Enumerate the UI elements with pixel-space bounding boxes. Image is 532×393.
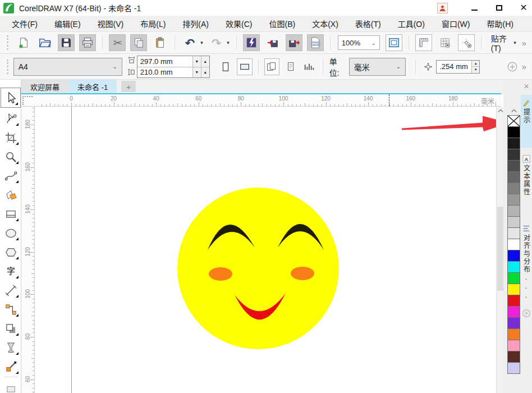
spin-down-icon[interactable]: ▼ xyxy=(472,66,479,73)
crop-tool[interactable] xyxy=(1,128,21,147)
nudge-spinner[interactable]: ▲▼ xyxy=(471,61,479,73)
color-swatch-green[interactable] xyxy=(507,272,520,284)
menu-item-3[interactable]: 视图(V) xyxy=(89,15,132,32)
palette-scroll-up-icon[interactable] xyxy=(507,107,520,115)
spin-up-icon[interactable]: ▲ xyxy=(472,61,479,67)
publish-pdf-button[interactable]: PDF xyxy=(307,34,324,51)
paste-button[interactable] xyxy=(152,34,168,51)
undo-button[interactable]: ↶ xyxy=(181,34,198,51)
color-swatch-60-black[interactable] xyxy=(507,171,520,183)
color-swatch-blue[interactable] xyxy=(507,250,520,262)
print-button[interactable] xyxy=(79,34,96,51)
snap-guides-button[interactable] xyxy=(458,34,475,51)
redo-button[interactable]: ↷ xyxy=(208,34,225,51)
color-eyedropper-tool[interactable] xyxy=(1,357,21,376)
redo-dropdown[interactable]: ▾ xyxy=(226,40,231,45)
rectangle-tool[interactable] xyxy=(1,204,21,223)
portrait-button[interactable] xyxy=(218,58,233,75)
new-document-button[interactable] xyxy=(15,34,32,51)
color-swatch-no-color[interactable] xyxy=(507,115,520,127)
spin-up-icon[interactable]: ▲ xyxy=(201,67,209,77)
docker-add-icon[interactable] xyxy=(521,308,531,320)
smiley-left-cheek[interactable] xyxy=(209,267,232,281)
export-button[interactable] xyxy=(286,34,302,51)
docker-tab-2[interactable]: A文本属性 xyxy=(521,151,532,217)
color-swatch-purple[interactable] xyxy=(507,317,520,329)
docker-close-icon[interactable]: ✕ xyxy=(524,81,529,92)
color-swatch-50-black[interactable] xyxy=(507,182,520,194)
close-button[interactable]: ✕ xyxy=(517,2,530,14)
menu-item-11[interactable]: 窗口(W) xyxy=(433,15,479,32)
new-tab-button[interactable]: + xyxy=(121,81,136,92)
drop-shadow-tool[interactable] xyxy=(1,319,21,338)
color-swatch-20-black[interactable] xyxy=(507,216,520,228)
color-swatch-brown[interactable] xyxy=(507,351,520,363)
spin-down-icon[interactable]: ▼ xyxy=(192,56,201,67)
smiley-head[interactable] xyxy=(177,188,339,349)
page-width-field[interactable]: 297.0 mm▼▲ xyxy=(137,56,209,67)
dimension-tool[interactable] xyxy=(1,281,21,300)
color-swatch-orange[interactable] xyxy=(507,328,520,340)
shape-tool[interactable] xyxy=(1,109,21,128)
fill-tool[interactable] xyxy=(1,378,21,393)
freehand-tool[interactable] xyxy=(1,166,21,185)
menu-item-2[interactable]: 编辑(E) xyxy=(46,15,89,32)
scrollbar-thumb[interactable] xyxy=(497,207,503,291)
current-page-button[interactable] xyxy=(283,58,298,75)
landscape-button[interactable] xyxy=(237,58,252,75)
spin-down-icon[interactable]: ▼ xyxy=(192,67,201,77)
menu-item-1[interactable]: 文件(F) xyxy=(3,15,46,32)
menu-item-12[interactable]: 帮助(H) xyxy=(478,15,521,32)
ellipse-tool[interactable] xyxy=(1,223,21,243)
color-swatch-90-black[interactable] xyxy=(507,138,520,149)
canvas-vertical-scrollbar[interactable] xyxy=(496,107,503,393)
color-swatch-10-black[interactable] xyxy=(507,227,520,239)
show-rulers-button[interactable] xyxy=(415,34,432,51)
page-layout-button[interactable] xyxy=(301,58,317,75)
drawing-canvas[interactable] xyxy=(35,107,496,393)
text-tool[interactable]: 字 xyxy=(1,262,21,281)
zoom-level-select[interactable]: 100%⌄ xyxy=(338,35,380,50)
show-grid-button[interactable] xyxy=(437,34,453,51)
add-button[interactable] xyxy=(505,58,520,75)
document-tab-2[interactable]: 未命名 -1 xyxy=(68,80,117,93)
application-launcher-button[interactable] xyxy=(243,34,260,51)
spin-up-icon[interactable]: ▲ xyxy=(201,56,209,67)
maximize-button[interactable] xyxy=(493,2,505,14)
menu-item-4[interactable]: 布局(L) xyxy=(132,15,174,32)
full-screen-preview-button[interactable] xyxy=(386,34,402,51)
vertical-ruler[interactable]: 1801601401201008060 xyxy=(21,107,35,393)
docker-tab-1[interactable]: 提示 xyxy=(521,95,532,148)
cut-button[interactable]: ✂ xyxy=(109,34,126,51)
color-swatch-cyan[interactable] xyxy=(507,261,520,273)
menu-item-5[interactable]: 排列(A) xyxy=(174,15,217,32)
open-button[interactable] xyxy=(36,34,53,51)
page-height-field[interactable]: 210.0 mm▼▲ xyxy=(137,67,209,77)
smiley-right-cheek[interactable] xyxy=(291,267,314,280)
color-swatch-black[interactable] xyxy=(507,126,520,138)
color-swatch-magenta[interactable] xyxy=(507,306,520,318)
menu-item-6[interactable]: 效果(C) xyxy=(217,15,260,32)
color-swatch-red[interactable] xyxy=(507,295,520,307)
polygon-tool[interactable] xyxy=(1,243,21,262)
snap-to-menu[interactable]: 贴齐(T)▾ xyxy=(491,33,516,53)
menu-item-10[interactable]: 工具(O) xyxy=(389,15,433,32)
import-button[interactable] xyxy=(264,34,281,51)
copy-button[interactable] xyxy=(130,34,147,51)
color-swatch-yellow[interactable] xyxy=(507,284,520,295)
color-swatch-40-black[interactable] xyxy=(507,194,520,205)
color-swatch-80-black[interactable] xyxy=(507,149,520,161)
page-size-select[interactable]: A4⌄ xyxy=(13,58,122,76)
save-button[interactable] xyxy=(58,34,75,51)
transparency-tool[interactable] xyxy=(1,338,21,357)
pick-tool[interactable] xyxy=(1,88,21,108)
color-swatch-70-black[interactable] xyxy=(507,160,520,172)
menu-item-8[interactable]: 文本(X) xyxy=(304,15,347,32)
units-select[interactable]: 毫米⌄ xyxy=(349,58,406,76)
smiley-face-drawing[interactable] xyxy=(177,187,341,350)
ruler-origin-icon[interactable] xyxy=(22,96,33,105)
color-swatch-30-black[interactable] xyxy=(507,205,520,217)
color-swatch-lavender[interactable] xyxy=(507,362,520,374)
menu-item-9[interactable]: 表格(T) xyxy=(347,15,389,32)
property-bar-overflow[interactable]: » xyxy=(522,62,526,71)
